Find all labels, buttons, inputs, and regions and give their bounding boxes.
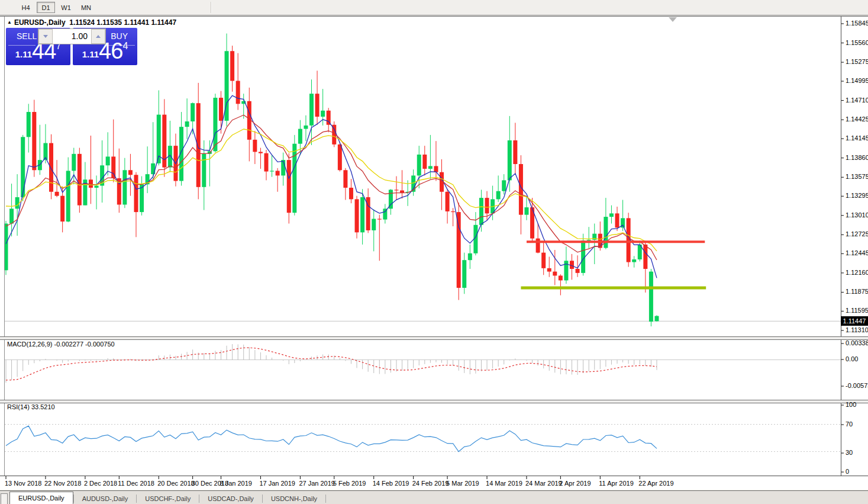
chevron-up-icon (96, 35, 101, 38)
rsi-axis-label: 70 (846, 420, 853, 428)
tab-separator (325, 495, 326, 503)
chart-tab-eurusd[interactable]: EURUSD-,Daily (9, 492, 73, 504)
chart-tab-audusd[interactable]: AUDUSD-,Daily (74, 493, 137, 504)
chart-title-symbol: EURUSD-,Daily (14, 18, 66, 27)
price-axis-line (841, 17, 841, 476)
date-axis-label: 13 Nov 2018 (5, 480, 41, 487)
rsi-layer (5, 425, 841, 452)
macd-indicator-label: MACD(12,26,9) -0.002277 -0.000750 (7, 341, 115, 348)
date-axis-label: 2 Apr 2019 (559, 480, 591, 487)
tab-scroll-stub[interactable] (1, 493, 8, 504)
price-axis-label: 1.13575 (846, 173, 868, 180)
date-axis-label: 5 Mar 2019 (446, 480, 479, 487)
price-axis-label: 1.11875 (846, 288, 868, 295)
price-axis-label: 1.13860 (846, 154, 868, 161)
date-axis-label: 2 Dec 2018 (84, 480, 117, 487)
chart-tab-usdchf[interactable]: USDCHF-,Daily (137, 493, 199, 504)
date-axis-label: 8 Jan 2019 (220, 480, 251, 487)
price-axis-label: 1.12725 (846, 230, 868, 237)
date-axis-label: 20 Dec 2018 (157, 480, 194, 487)
price-axis-label: 1.12445 (846, 249, 868, 256)
main-chart-layer (4, 34, 841, 327)
chart-tab-usdcnh[interactable]: USDCNH-,Daily (263, 493, 325, 504)
chevron-down-icon (43, 35, 48, 38)
date-axis-label: 27 Jan 2019 (299, 480, 335, 487)
date-axis-label: 22 Nov 2018 (44, 480, 81, 487)
volume-input[interactable]: 1.00 (53, 29, 91, 44)
chart-tab-bar: EURUSD-,DailyAUDUSD-,DailyUSDCHF-,DailyU… (0, 490, 868, 504)
macd-axis-label: 0.00 (846, 355, 858, 362)
chart-title: ▲EURUSD-,Daily 1.11524 1.11535 1.11441 1… (7, 18, 176, 27)
price-axis-label: 1.15275 (846, 58, 868, 65)
chart-title-ohlc: 1.11524 1.11535 1.11441 1.11447 (69, 18, 176, 27)
price-axis-label: 1.13295 (846, 192, 868, 199)
price-axis-label: 1.14425 (846, 115, 868, 123)
price-axis-label: 1.13010 (846, 211, 868, 219)
price-axis-label: 1.14995 (846, 77, 868, 84)
price-axis-label: 1.15845 (846, 20, 868, 27)
price-axis-label: 1.11595 (846, 307, 868, 314)
date-axis-label: 17 Jan 2019 (259, 480, 295, 487)
chart-tab-usdcad[interactable]: USDCAD-,Daily (199, 493, 262, 504)
price-axis-label: 1.12160 (846, 269, 868, 276)
collapse-triangle-icon[interactable]: ▲ (7, 20, 12, 25)
date-axis-label: 11 Apr 2019 (599, 480, 634, 487)
date-axis-label: 14 Feb 2019 (373, 480, 409, 487)
date-axis-label: 14 Mar 2019 (486, 480, 522, 487)
price-axis-label: 1.11310 (846, 326, 868, 333)
volume-stepper: 1.00 (38, 28, 106, 44)
mt4-window: H4D1W1MN ▲EURUSD-,Daily 1.11524 1.11535 … (0, 0, 868, 504)
macd-axis-label: 0.003386 (846, 339, 868, 346)
chart-canvas[interactable] (0, 0, 868, 504)
volume-decrease-button[interactable] (38, 29, 53, 44)
date-axis-label: 11 Dec 2018 (118, 480, 154, 487)
date-axis-label: 24 Mar 2019 (525, 480, 562, 487)
rsi-axis-label: 0 (846, 468, 849, 475)
date-axis-line (0, 476, 868, 476)
price-axis-label: 1.14710 (846, 97, 868, 104)
price-axis-label: 1.15560 (846, 39, 868, 46)
price-axis-label: 1.14145 (846, 134, 868, 142)
macd-axis-label: -0.005737 (846, 382, 868, 389)
chart-shift-marker-icon[interactable] (669, 17, 677, 22)
rsi-indicator-label: RSI(14) 33.5210 (7, 403, 55, 410)
date-axis-label: 24 Feb 2019 (412, 480, 449, 487)
date-axis-label: 5 Feb 2019 (333, 480, 366, 487)
rsi-axis-label: 30 (846, 449, 853, 456)
one-click-trading-panel: SELL 1.11447 BUY 1.11464 1.00 (6, 28, 137, 65)
current-price-tag: 1.11447 (841, 316, 868, 326)
volume-increase-button[interactable] (91, 29, 105, 44)
macd-layer (5, 344, 841, 383)
rsi-axis-label: 100 (846, 401, 856, 408)
macd-rsi-splitter[interactable] (0, 400, 868, 403)
main-macd-splitter[interactable] (0, 336, 868, 340)
date-axis-label: 22 Apr 2019 (638, 480, 673, 487)
